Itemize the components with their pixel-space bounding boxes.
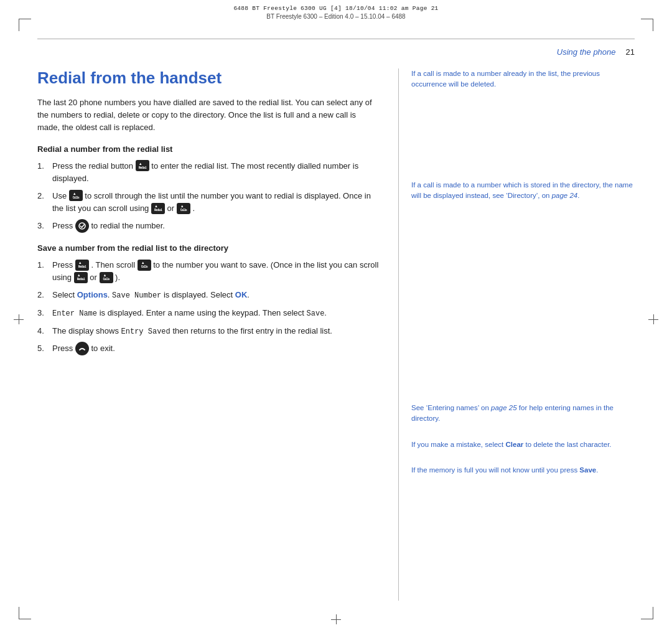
- entering-names-link: page 25: [491, 404, 517, 411]
- save-step-1: 1. Press ▲Redial . Then scroll ▲Calls to…: [37, 259, 380, 284]
- crosshair-bottom: [331, 614, 341, 624]
- right-note-5: If the memory is full you will not know …: [411, 465, 635, 476]
- right-spacer-1: [411, 105, 635, 143]
- corner-mark-br: [641, 607, 653, 619]
- end-call-icon: [75, 342, 89, 355]
- right-note-1: If a call is made to a number already in…: [411, 68, 635, 90]
- save-step-4: 4. The display shows Entry Saved then re…: [37, 325, 380, 338]
- redial-circle-icon: [75, 219, 89, 233]
- header-top-line: 6488 BT Freestyle 6300 UG [4] 18/10/04 1…: [233, 5, 438, 12]
- chapter-intro: The last 20 phone numbers you have diall…: [37, 96, 380, 134]
- ok-label: OK: [235, 290, 248, 299]
- clear-label: Clear: [505, 441, 523, 448]
- save-step-3: 3. Enter Name is displayed. Enter a name…: [37, 307, 380, 320]
- calls-icon-2: ▲Calls: [177, 203, 190, 214]
- chapter-heading: Redial from the handset: [37, 68, 380, 88]
- right-note-4: If you make a mistake, select Clear to d…: [411, 439, 635, 450]
- enter-name-display: Enter Name: [52, 309, 97, 318]
- page-number: 21: [626, 47, 635, 57]
- calls-v-icon: ▲Calls: [138, 260, 151, 271]
- directory-link: page 24: [552, 192, 578, 199]
- redial-steps-list: 1. Press the redial button ▲Redial to en…: [37, 160, 380, 234]
- redial-step-3: 3. Press to redial the number.: [37, 220, 380, 233]
- redial-section-heading: Redial a number from the redial list: [37, 144, 380, 154]
- right-column: If a call is made to a number already in…: [398, 68, 635, 601]
- left-column: Redial from the handset The last 20 phon…: [37, 68, 398, 601]
- right-spacer-6: [411, 328, 635, 365]
- save-label-note: Save: [579, 466, 596, 474]
- section-title: Using the phone: [557, 47, 616, 57]
- crosshair-right: [648, 314, 658, 324]
- save-step-5: 5. Press to exit.: [37, 342, 380, 356]
- corner-mark-bl: [19, 607, 31, 619]
- calls-icon-1: ▲Calls: [69, 190, 83, 201]
- calls-v2-icon: ▲Calls: [100, 272, 113, 283]
- right-note-3: See ‘Entering names’ on page 25 for help…: [411, 403, 635, 425]
- header-subtitle: BT Freestyle 6300 – Edition 4.0 – 15.10.…: [266, 13, 405, 20]
- entry-saved-display: Entry Saved: [121, 327, 170, 336]
- right-spacer-2: [411, 143, 635, 180]
- redial-step-1: 1. Press the redial button ▲Redial to en…: [37, 160, 380, 185]
- redial-step-2: 2. Use ▲Calls to scroll through the list…: [37, 190, 380, 215]
- save-steps-list: 1. Press ▲Redial . Then scroll ▲Calls to…: [37, 259, 380, 356]
- page-header: 6488 BT Freestyle 6300 UG [4] 18/10/04 1…: [0, 0, 672, 39]
- save-section-heading: Save a number from the redial list to th…: [37, 243, 380, 253]
- save-number-display: Save Number: [112, 291, 161, 300]
- redial-small-icon: ▲Redial: [75, 260, 89, 271]
- right-spacer-5: [411, 291, 635, 328]
- save-label: Save: [307, 309, 325, 318]
- options-label: Options: [77, 290, 108, 299]
- crosshair-left: [14, 314, 24, 324]
- main-content: Redial from the handset The last 20 phon…: [37, 68, 635, 601]
- right-note-2: If a call is made to a number which is s…: [411, 180, 635, 202]
- redial-small2-icon: ▲Redial: [74, 272, 88, 283]
- save-step-2: 2. Select Options. Save Number is displa…: [37, 289, 380, 302]
- right-spacer-7: [411, 365, 635, 403]
- right-spacer-3: [411, 216, 635, 253]
- header-rule: [37, 39, 635, 39]
- redial-icon-1: ▲Redial: [136, 160, 149, 171]
- redial-icon-2: ▲Redial: [151, 203, 165, 214]
- section-header: Using the phone 21: [37, 42, 635, 57]
- right-spacer-4: [411, 253, 635, 291]
